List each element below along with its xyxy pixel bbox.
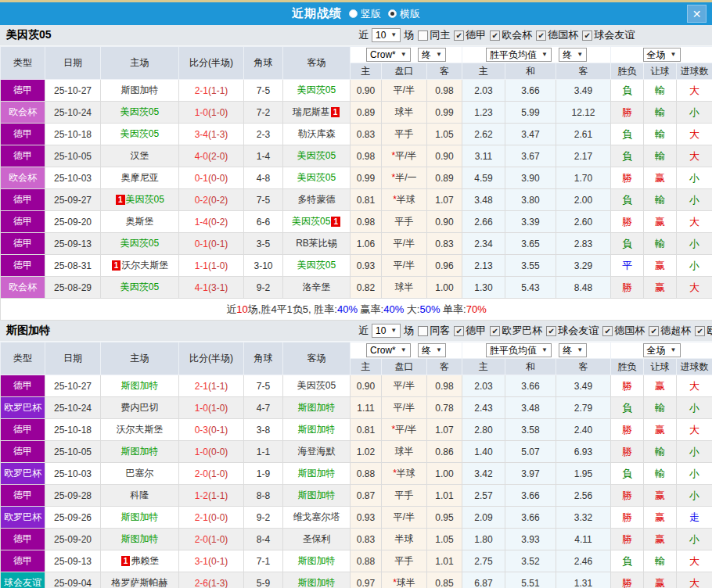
odds-time-select[interactable]: 终▼ xyxy=(418,343,446,357)
same-venue-checkbox[interactable]: 同主 xyxy=(418,28,450,42)
team-link[interactable]: 美因茨05 xyxy=(297,260,336,271)
bookmaker-select[interactable]: Crow*▼ xyxy=(366,343,411,357)
team-link[interactable]: 美因茨05 xyxy=(297,172,336,183)
league-filter-checkbox[interactable]: ✔德甲 xyxy=(454,28,486,42)
euro-draw-odds: 3.90 xyxy=(505,167,556,189)
team-link[interactable]: 美因茨05 xyxy=(120,281,159,292)
team-link[interactable]: 斯图加特 xyxy=(298,555,336,566)
scope-select[interactable]: 全场▼ xyxy=(643,48,681,62)
match-count-select[interactable]: 10▼ xyxy=(372,28,401,42)
team-link[interactable]: 巴塞尔 xyxy=(126,468,154,479)
match-count-value: 10 xyxy=(376,325,386,336)
same-venue-label: 同客 xyxy=(430,324,450,338)
handicap-result: 赢 xyxy=(644,277,677,299)
euro-home-odds: 2.80 xyxy=(462,419,505,441)
match-row: 德甲25-10-05汉堡4-0(2-0)1-4美因茨050.98*平/半0.90… xyxy=(1,145,712,167)
league-filter-checkbox[interactable]: ✔欧会杯 xyxy=(490,28,532,42)
goals-result: 小 xyxy=(677,463,712,485)
team-link[interactable]: 斯图加特 xyxy=(298,402,336,413)
checkbox-checked-icon: ✔ xyxy=(454,30,464,41)
team-link[interactable]: 汉堡 xyxy=(131,150,149,161)
league-filter-checkbox[interactable]: ✔欧罗巴杯 xyxy=(490,324,542,338)
col-header-away: 客场 xyxy=(283,342,351,375)
team-link[interactable]: 科隆 xyxy=(131,489,149,500)
euro-time-select[interactable]: 终▼ xyxy=(559,343,587,357)
league-filter-checkbox[interactable]: ✔球会友谊 xyxy=(582,28,635,42)
team-link[interactable]: 美因茨05 xyxy=(120,106,159,117)
match-row: 欧罗巴杯25-09-26斯图加特2-1(0-0)9-2维戈塞尔塔0.93平/半0… xyxy=(1,507,712,529)
view-option-label[interactable]: 竖版 xyxy=(361,7,381,21)
team-link[interactable]: 海登海默 xyxy=(298,446,336,457)
team-link[interactable]: 美因茨05 xyxy=(297,84,336,95)
team-link[interactable]: 斯图加特 xyxy=(298,577,336,588)
team-link[interactable]: 斯图加特 xyxy=(121,533,159,544)
league-filter-checkbox[interactable]: ✔德甲 xyxy=(454,324,486,338)
scope-select[interactable]: 全场▼ xyxy=(643,343,681,357)
league-filter-checkbox[interactable]: ✔球会友谊 xyxy=(546,324,599,338)
team-link[interactable]: 美因茨05 xyxy=(120,238,159,249)
handicap-result: 赢 xyxy=(644,572,677,588)
avg-odds-select[interactable]: 胜平负均值▼ xyxy=(486,48,552,62)
corners-cell: 3-8 xyxy=(244,419,283,441)
team-link[interactable]: 弗赖堡 xyxy=(131,555,159,566)
asia-home-odds: 0.99 xyxy=(351,167,382,189)
filter-controls: 近 10▼ 场 同主 ✔德甲✔欧会杯✔德国杯✔球会友谊 xyxy=(358,28,635,42)
goals-result: 小 xyxy=(677,189,712,211)
team-link[interactable]: 费内巴切 xyxy=(121,402,159,413)
euro-draw-odds: 3.66 xyxy=(505,375,556,397)
same-venue-checkbox[interactable]: 同客 xyxy=(418,324,450,338)
team-section-mainz: 美因茨05 近 10▼ 场 同主 ✔德甲✔欧会杯✔德国杯✔球会友谊 类型 日期 xyxy=(0,25,712,321)
team-link[interactable]: 美因茨05 xyxy=(292,216,330,227)
match-date: 25-10-18 xyxy=(45,124,101,145)
avg-odds-select[interactable]: 胜平负均值▼ xyxy=(486,343,552,357)
euro-home-odds: 2.03 xyxy=(462,375,505,397)
close-button[interactable]: ✕ xyxy=(687,5,707,23)
home-team: 美因茨05 xyxy=(101,124,179,145)
team-link[interactable]: 瑞尼斯基 xyxy=(293,106,330,117)
team-link[interactable]: 美因茨05 xyxy=(297,380,336,391)
team-link[interactable]: 格罗萨斯帕赫 xyxy=(112,577,168,588)
team-link[interactable]: 洛辛堡 xyxy=(303,281,331,292)
odds-time-select[interactable]: 终▼ xyxy=(418,48,446,62)
team-link[interactable]: 圣保利 xyxy=(303,533,331,544)
team-link[interactable]: 斯图加特 xyxy=(298,424,336,435)
radio-unselected-icon[interactable] xyxy=(349,9,358,18)
team-link[interactable]: 维戈塞尔塔 xyxy=(293,511,340,522)
match-count-select[interactable]: 10▼ xyxy=(372,324,401,338)
team-link[interactable]: 奥摩尼亚 xyxy=(121,172,159,183)
radio-selected-icon[interactable] xyxy=(388,9,397,18)
handicap-line: 平手 xyxy=(382,211,427,233)
team-link[interactable]: 斯图加特 xyxy=(298,468,336,479)
euro-time-select[interactable]: 终▼ xyxy=(559,48,587,62)
team-link[interactable]: 沃尔夫斯堡 xyxy=(117,424,164,435)
team-link[interactable]: RB莱比锡 xyxy=(296,238,337,249)
league-filter-checkbox[interactable]: ✔德国杯 xyxy=(536,28,578,42)
bookmaker-select[interactable]: Crow*▼ xyxy=(366,48,411,62)
team-link[interactable]: 美因茨05 xyxy=(126,194,164,205)
team-link[interactable]: 奥斯堡 xyxy=(126,216,154,227)
half-time-score: (0-2) xyxy=(208,217,228,228)
view-options: 竖版横版 xyxy=(342,7,420,21)
team-link[interactable]: 沃尔夫斯堡 xyxy=(121,260,168,271)
match-date: 25-09-27 xyxy=(45,189,101,211)
team-link[interactable]: 斯图加特 xyxy=(121,84,159,95)
team-link[interactable]: 勒沃库森 xyxy=(298,128,336,139)
asia-odds-header: Crow*▼ 终▼ xyxy=(351,342,462,359)
team-link[interactable]: 斯图加特 xyxy=(298,489,336,500)
goals-result: 大 xyxy=(677,550,712,572)
euro-away-odds: 2.00 xyxy=(556,189,611,211)
team-link[interactable]: 斯图加特 xyxy=(121,446,159,457)
view-option-label[interactable]: 横版 xyxy=(400,7,420,21)
team-link[interactable]: 斯图加特 xyxy=(121,511,159,522)
league-badge: 德甲 xyxy=(1,419,45,441)
team-link[interactable]: 美因茨05 xyxy=(297,150,336,161)
league-filter-checkbox[interactable]: ✔德超杯 xyxy=(649,324,691,338)
team-link[interactable]: 多特蒙德 xyxy=(298,194,336,205)
match-date: 25-09-20 xyxy=(45,211,101,233)
match-count-value: 10 xyxy=(376,30,386,41)
league-filter-checkbox[interactable]: ✔德国杯 xyxy=(602,324,645,338)
full-time-score: 2-1 xyxy=(195,85,208,96)
league-filter-checkbox[interactable]: ✔欧冠杯 xyxy=(695,324,712,338)
team-link[interactable]: 美因茨05 xyxy=(120,128,159,139)
team-link[interactable]: 斯图加特 xyxy=(121,380,159,391)
